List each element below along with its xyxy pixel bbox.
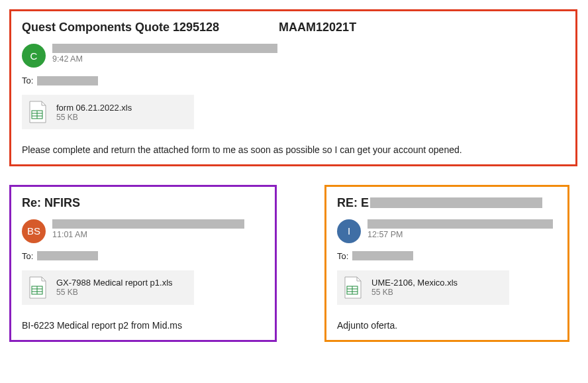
excel-file-icon — [27, 100, 48, 124]
attachment-name: UME-2106, Mexico.xls — [371, 278, 458, 288]
email-card-3: RE: E I 12:57 PM To: UME-2106, Mexico.xl… — [324, 185, 569, 342]
email-body: Please complete and return the attached … — [22, 144, 565, 156]
avatar-initials: BS — [27, 225, 40, 237]
redacted-sender — [368, 219, 553, 229]
redacted-recipient — [37, 251, 98, 260]
redacted-recipient — [37, 76, 98, 85]
email-card-2: Re: NFIRS BS 11:01 AM To: GX-7988 Medica… — [9, 185, 277, 342]
email-body: BI-6223 Medical report p2 from Mid.ms — [22, 319, 264, 332]
excel-file-icon — [27, 276, 48, 300]
email-card-1: Quest Components Quote 1295128 MAAM12021… — [9, 9, 577, 166]
subject-row: Quest Components Quote 1295128 MAAM12021… — [22, 21, 565, 34]
excel-file-icon — [342, 276, 364, 300]
attachment-size: 55 KB — [371, 288, 458, 297]
redacted-sender — [52, 44, 277, 53]
timestamp: 12:57 PM — [368, 230, 557, 239]
sender-row: C 9:42 AM — [22, 44, 565, 68]
to-label: To: — [337, 251, 348, 261]
avatar: C — [22, 44, 46, 68]
attachment-chip[interactable]: form 06.21.2022.xls 55 KB — [22, 95, 194, 129]
redacted-recipient — [352, 251, 413, 260]
subject-row: Re: NFIRS — [22, 196, 264, 210]
to-label: To: — [22, 251, 33, 261]
avatar-initials: C — [30, 50, 38, 62]
to-label: To: — [22, 76, 33, 85]
timestamp: 11:01 AM — [52, 230, 264, 239]
subject-row: RE: E — [337, 196, 557, 210]
redacted-sender — [52, 219, 244, 229]
subject-text: Re: NFIRS — [22, 196, 80, 210]
subject-text: Quest Components Quote 1295128 — [22, 21, 219, 34]
subject-text: RE: E — [337, 196, 369, 210]
sender-row: I 12:57 PM — [337, 219, 557, 243]
email-body: Adjunto oferta. — [337, 319, 557, 332]
sender-row: BS 11:01 AM — [22, 219, 264, 243]
avatar-initials: I — [348, 225, 350, 237]
to-row: To: — [22, 251, 264, 261]
attachment-chip[interactable]: UME-2106, Mexico.xls 55 KB — [337, 270, 509, 305]
attachment-name: GX-7988 Medical report p1.xls — [56, 278, 173, 288]
attachment-size: 55 KB — [56, 113, 132, 122]
timestamp: 9:42 AM — [52, 54, 565, 64]
avatar: I — [337, 219, 361, 243]
redacted-subject — [370, 197, 542, 208]
to-row: To: — [22, 76, 565, 85]
attachment-size: 55 KB — [56, 288, 173, 297]
avatar: BS — [22, 219, 46, 243]
attachment-chip[interactable]: GX-7988 Medical report p1.xls 55 KB — [22, 270, 194, 305]
attachment-name: form 06.21.2022.xls — [56, 103, 132, 113]
to-row: To: — [337, 251, 557, 261]
subject-extra: MAAM12021T — [279, 21, 356, 34]
